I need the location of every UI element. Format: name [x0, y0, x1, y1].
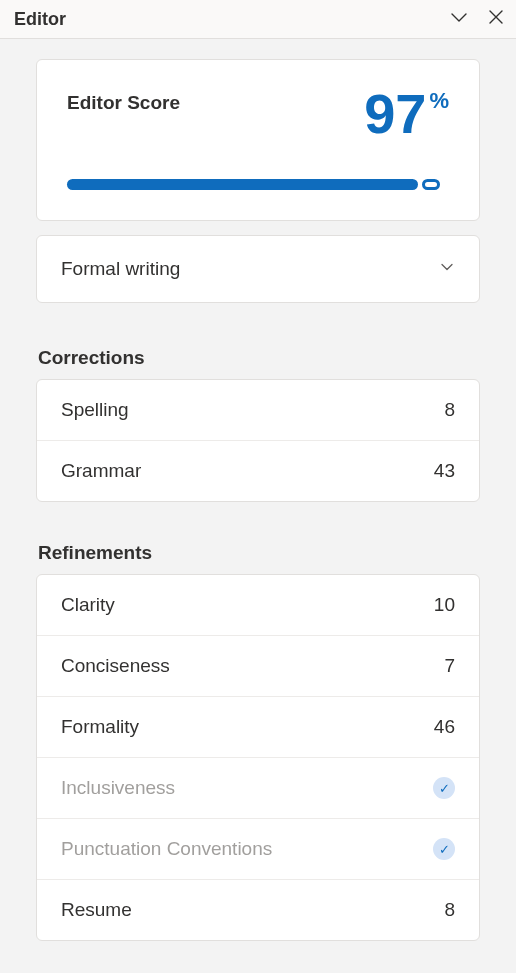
correction-label: Grammar — [61, 460, 141, 482]
score-progress — [67, 178, 449, 190]
refinement-label: Resume — [61, 899, 132, 921]
corrections-list: Spelling8Grammar43 — [36, 379, 480, 502]
refinement-row[interactable]: Resume8 — [37, 880, 479, 940]
header-actions — [450, 8, 504, 30]
refinement-row[interactable]: Conciseness7 — [37, 636, 479, 697]
progress-bar-fill — [67, 179, 418, 190]
score-number: 97 — [364, 86, 426, 142]
refinement-row[interactable]: Formality46 — [37, 697, 479, 758]
correction-row[interactable]: Spelling8 — [37, 380, 479, 441]
refinement-label: Conciseness — [61, 655, 170, 677]
progress-handle-icon — [422, 179, 440, 190]
refinement-label: Inclusiveness — [61, 777, 175, 799]
percent-symbol: % — [429, 90, 449, 112]
refinement-count: 7 — [444, 655, 455, 677]
writing-style-dropdown[interactable]: Formal writing — [36, 235, 480, 303]
refinement-count: 46 — [434, 716, 455, 738]
refinement-count: 10 — [434, 594, 455, 616]
panel-title: Editor — [14, 9, 66, 30]
correction-count: 43 — [434, 460, 455, 482]
dropdown-selected-label: Formal writing — [61, 258, 180, 280]
collapse-icon[interactable] — [450, 8, 468, 30]
correction-row[interactable]: Grammar43 — [37, 441, 479, 501]
refinement-label: Formality — [61, 716, 139, 738]
score-top: Editor Score 97 % — [67, 86, 449, 142]
score-label: Editor Score — [67, 92, 180, 114]
correction-count: 8 — [444, 399, 455, 421]
score-value: 97 % — [364, 86, 449, 142]
refinement-label: Punctuation Conventions — [61, 838, 272, 860]
close-icon[interactable] — [488, 9, 504, 29]
checkmark-icon: ✓ — [433, 838, 455, 860]
correction-label: Spelling — [61, 399, 129, 421]
checkmark-icon: ✓ — [433, 777, 455, 799]
refinement-row[interactable]: Clarity10 — [37, 575, 479, 636]
refinement-label: Clarity — [61, 594, 115, 616]
refinements-title: Refinements — [36, 542, 480, 564]
refinement-count: 8 — [444, 899, 455, 921]
corrections-title: Corrections — [36, 347, 480, 369]
editor-score-card: Editor Score 97 % — [36, 59, 480, 221]
refinement-row[interactable]: Punctuation Conventions✓ — [37, 819, 479, 880]
panel-header: Editor — [0, 0, 516, 39]
refinements-list: Clarity10Conciseness7Formality46Inclusiv… — [36, 574, 480, 941]
panel-content: Editor Score 97 % Formal writing Correct… — [0, 39, 516, 941]
chevron-down-icon — [439, 259, 455, 279]
refinement-row[interactable]: Inclusiveness✓ — [37, 758, 479, 819]
